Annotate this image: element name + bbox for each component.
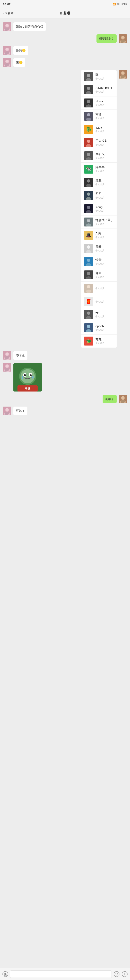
avatar-self — [119, 34, 127, 43]
friend-info: 南墙 个人名片 — [95, 113, 114, 120]
friend-name: STARLIGHT — [95, 86, 114, 90]
friend-info: 阿牛牛 个人名片 — [95, 165, 114, 173]
avatar — [3, 58, 11, 67]
friend-item: 蜂蜜柚子茶。 个人名片 — [81, 215, 117, 229]
friend-avatar — [84, 151, 93, 160]
message-bubble: 想要朋友？ — [97, 34, 117, 43]
message-bubble: 是的😊 — [13, 46, 28, 55]
message-text: 想要朋友？ — [99, 37, 114, 40]
friend-avatar — [84, 112, 93, 121]
message-bubble: 够了么 — [13, 351, 27, 360]
avatar-self — [119, 70, 127, 78]
emoji-button[interactable] — [113, 971, 120, 977]
friend-avatar — [84, 72, 93, 81]
friend-name: 阿牛牛 — [95, 165, 114, 169]
friend-info: 惊蛰 个人名片 — [95, 258, 114, 265]
sticker-bubble: 串微 — [13, 363, 42, 391]
svg-point-22 — [87, 100, 90, 103]
friend-info: 龙龙 个人名片 — [95, 337, 114, 345]
friend-info: 寇家 个人名片 — [95, 271, 114, 278]
wifi-icon: WiFi — [117, 3, 122, 5]
friend-card-tag: 个人名片 — [95, 300, 114, 303]
friend-card-tag: 个人名片 — [95, 143, 114, 146]
friend-card-tag: 个人名片 — [95, 287, 114, 290]
friend-avatar — [84, 284, 93, 293]
friend-avatar: 🐉 — [84, 125, 93, 134]
avatar — [3, 363, 11, 372]
friend-avatar — [84, 310, 93, 319]
friend-item: 南墙 个人名片 — [81, 110, 117, 123]
friend-info: 1376 个人名片 — [95, 126, 114, 133]
voice-button[interactable] — [2, 971, 8, 977]
svg-text:🐉: 🐉 — [86, 126, 92, 132]
friend-info: 陈 个人名片 — [95, 73, 114, 80]
svg-point-102 — [114, 972, 119, 977]
friend-avatar — [84, 138, 93, 147]
svg-point-104 — [117, 973, 118, 974]
svg-text:🎩: 🎩 — [86, 232, 92, 238]
back-chevron-icon: ‹ — [3, 11, 4, 15]
message-row: 想要朋友？ — [0, 33, 130, 45]
svg-rect-100 — [5, 973, 6, 975]
avatar-self — [119, 395, 127, 403]
friend-info: 蜂蜜柚子茶。 个人名片 — [95, 218, 114, 226]
svg-point-53 — [87, 245, 90, 249]
svg-point-41 — [87, 192, 90, 196]
friend-name: 明明 — [95, 192, 114, 196]
friend-avatar — [84, 323, 93, 332]
svg-text:🐲: 🐲 — [86, 339, 92, 344]
friend-item: zz 个人名片 — [81, 308, 117, 321]
friend-avatar — [84, 204, 93, 213]
svg-point-103 — [116, 973, 116, 974]
svg-point-33 — [87, 153, 90, 156]
battery-icon: 24% — [122, 3, 127, 5]
svg-point-87 — [25, 374, 25, 375]
friend-item: STARLIGHT 个人名片 — [81, 83, 117, 97]
svg-point-8 — [6, 48, 8, 51]
status-icons: 📶 WiFi 24% — [113, 3, 127, 5]
friend-name: Kōng — [95, 205, 114, 209]
svg-point-2 — [6, 24, 8, 27]
message-bubble: 姐妹，最近有点心烦 — [13, 22, 46, 31]
friend-info: 个人名片 — [95, 300, 114, 303]
friend-info: epoch 个人名片 — [95, 325, 114, 331]
svg-point-88 — [30, 374, 31, 375]
friend-avatar: 🎩 — [84, 231, 93, 240]
avatar — [3, 407, 11, 415]
svg-point-79 — [6, 364, 8, 367]
message-row: 够了么 — [0, 349, 130, 361]
friend-name: Hurry — [95, 100, 114, 103]
svg-point-90 — [32, 375, 33, 379]
friend-item: 大石头 个人名片 — [81, 150, 117, 162]
friend-name: 晏毅 — [95, 245, 114, 249]
back-button[interactable]: ‹ B 若琳 — [3, 11, 14, 15]
sticker-image: 串微 — [13, 363, 42, 391]
svg-point-76 — [6, 352, 8, 355]
svg-point-14 — [122, 72, 124, 74]
friend-info: 晏毅 个人名片 — [95, 245, 114, 252]
friend-card-tag: 个人名片 — [95, 249, 114, 252]
friend-card-tag: 个人名片 — [95, 183, 114, 186]
nav-title: B 若琳 — [60, 11, 70, 16]
friend-info: 王大发财 个人名片 — [95, 139, 114, 146]
friend-list-message: 陈 个人名片 STARLIGHT 个人名片 — [0, 68, 130, 349]
message-text: 足够了 — [105, 397, 114, 401]
friend-card-tag: 个人名片 — [95, 223, 114, 226]
add-button[interactable] — [122, 971, 128, 977]
friend-item: 澶叔 个人名片 — [81, 176, 117, 189]
signal-icon: 📶 — [113, 3, 116, 5]
friend-avatar — [84, 99, 93, 107]
friend-name: 陈 — [95, 73, 114, 77]
friend-item: 陈 个人名片 — [81, 70, 117, 83]
svg-point-44 — [87, 206, 90, 209]
nav-bar: ‹ B 若琳 B 若琳 — [0, 8, 130, 19]
friend-avatar: 🧧 — [84, 297, 93, 306]
friend-item: 惊蛰 个人名片 — [81, 255, 117, 269]
friend-info: STARLIGHT 个人名片 — [95, 86, 114, 93]
status-bar: 16:02 📶 WiFi 24% — [0, 0, 130, 8]
friend-item: 晏毅 个人名片 — [81, 242, 117, 255]
message-text: 是的😊 — [16, 49, 26, 52]
svg-point-70 — [87, 325, 90, 328]
message-input[interactable] — [10, 970, 112, 978]
friend-card-tag: 个人名片 — [95, 196, 114, 199]
